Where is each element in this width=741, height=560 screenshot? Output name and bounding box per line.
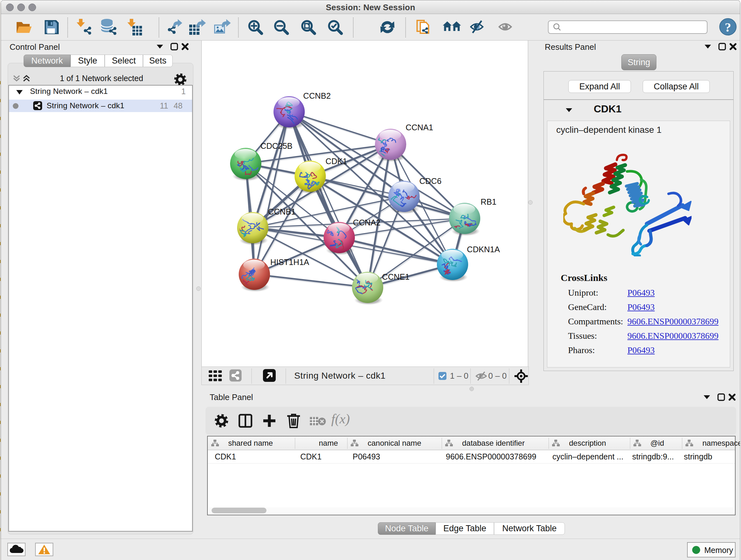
svg-text:CDC25B: CDC25B	[260, 141, 293, 150]
svg-text:CCNE1: CCNE1	[382, 272, 409, 281]
svg-text:CDKN1A: CDKN1A	[467, 245, 500, 254]
svg-text:CDK1: CDK1	[326, 157, 347, 166]
svg-text:CDC6: CDC6	[419, 177, 441, 186]
svg-text:HIST1H1A: HIST1H1A	[270, 258, 309, 266]
svg-text:CCNB2: CCNB2	[303, 91, 331, 100]
svg-text:CCNA1: CCNA1	[406, 123, 433, 132]
svg-text:CCNB1: CCNB1	[268, 207, 295, 216]
svg-text:CCNA2: CCNA2	[353, 218, 381, 227]
svg-text:RB1: RB1	[481, 197, 496, 206]
